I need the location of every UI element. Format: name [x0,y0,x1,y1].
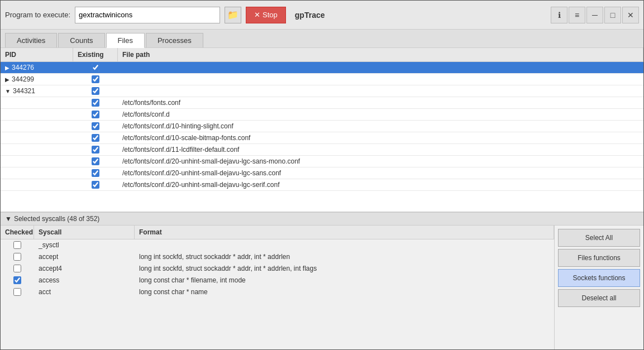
table-row[interactable]: ▼ 344321 [1,85,643,97]
syscall-checkbox[interactable] [13,288,21,296]
pid-cell: ▼ 344321 [1,85,73,97]
files-table-rows: ▶ 344276 ▶ 344299 [1,62,643,212]
existing-cell[interactable] [73,74,118,85]
existing-cell[interactable] [73,85,118,97]
folder-button[interactable]: 📁 [225,7,241,23]
expand-icon[interactable]: ▶ [5,76,9,83]
existing-cell[interactable] [73,97,118,108]
table-row[interactable]: /etc/fonts/conf.d/10-scale-bitmap-fonts.… [1,132,643,144]
pid-cell [1,148,73,151]
table-row[interactable]: ▶ 344276 [1,62,643,74]
sockets-functions-button[interactable]: Sockets functions [558,269,640,287]
tab-files[interactable]: Files [106,33,145,48]
close-button[interactable]: ✕ [622,7,639,23]
syscall-checked-cell[interactable] [1,275,34,286]
table-row[interactable]: /etc/fonts/conf.d/20-unhint-small-dejavu… [1,179,643,191]
expand-icon[interactable]: ▼ [5,88,11,94]
list-item[interactable]: accept4 long int sockfd, struct sockaddr… [1,263,554,275]
syscall-column-header: Syscall [34,226,135,239]
syscall-name-cell: acct [34,286,135,298]
folder-icon: 📁 [227,9,238,20]
info-button[interactable]: ℹ [551,7,567,23]
existing-cell[interactable] [73,179,118,190]
syscall-checkbox[interactable] [13,253,21,261]
existing-checkbox[interactable] [92,134,99,142]
syscall-name-cell: _sysctl [34,239,135,251]
existing-checkbox[interactable] [92,181,99,189]
existing-cell[interactable] [73,167,118,179]
tab-counts[interactable]: Counts [58,33,104,47]
syscalls-header[interactable]: ▼ Selected syscalls (48 of 352) [1,213,643,226]
syscall-name-cell: access [34,275,135,286]
main-window: Program to execute: 📁 ✕ Stop gpTrace ℹ ≡… [0,0,644,350]
files-table-header: PID Existing File path [1,48,643,62]
syscall-checkbox[interactable] [13,276,21,284]
table-row[interactable]: /etc/fonts/conf.d/11-lcdfilter-default.c… [1,144,643,156]
filepath-cell: /etc/fonts/conf.d/20-unhint-small-dejavu… [118,167,643,179]
existing-checkbox[interactable] [92,146,99,154]
syscall-format-cell: long int sockfd, struct sockaddr * addr,… [135,263,554,274]
pid-cell: ▶ 344299 [1,74,73,85]
existing-checkbox[interactable] [92,64,99,71]
filepath-column-header: File path [118,48,643,61]
existing-checkbox[interactable] [92,75,99,83]
expand-icon[interactable]: ▶ [5,65,9,71]
table-row[interactable]: /etc/fonts/fonts.conf [1,97,643,109]
list-item[interactable]: accept long int sockfd, struct sockaddr … [1,251,554,263]
select-all-button[interactable]: Select All [558,229,640,247]
existing-checkbox[interactable] [92,157,99,165]
syscall-format-cell: long const char * filename, int mode [135,275,554,286]
syscalls-header-label: Selected syscalls (48 of 352) [14,215,99,223]
files-functions-button[interactable]: Files functions [558,249,640,267]
syscall-checked-cell[interactable] [1,286,34,298]
pid-cell [1,160,73,163]
app-title: gpTrace [295,11,325,20]
menu-button[interactable]: ≡ [569,7,585,23]
table-row[interactable]: ▶ 344299 [1,74,643,85]
list-item[interactable]: _sysctl [1,239,554,251]
syscalls-content: Checked Syscall Format _sysctl [1,226,643,349]
existing-checkbox[interactable] [92,169,99,177]
syscall-name-cell: accept [34,251,135,262]
existing-checkbox[interactable] [92,122,99,130]
syscall-checked-cell[interactable] [1,251,34,262]
existing-checkbox[interactable] [92,87,99,95]
list-item[interactable]: acct long const char * name [1,286,554,298]
existing-cell[interactable] [73,121,118,132]
maximize-button[interactable]: □ [604,7,621,23]
syscall-format-cell: long int sockfd, struct sockaddr * addr,… [135,251,554,262]
existing-cell[interactable] [73,62,118,73]
syscalls-table-rows: _sysctl accept long int sockfd, struct s… [1,239,554,349]
titlebar: Program to execute: 📁 ✕ Stop gpTrace ℹ ≡… [1,1,643,30]
existing-checkbox[interactable] [92,99,99,107]
minimize-button[interactable]: ─ [586,7,603,23]
window-controls: ℹ ≡ ─ □ ✕ [551,7,639,23]
syscall-checked-cell[interactable] [1,239,34,251]
table-row[interactable]: /etc/fonts/conf.d/20-unhint-small-dejavu… [1,156,643,167]
files-table: PID Existing File path ▶ 344276 [1,48,643,213]
existing-cell[interactable] [73,156,118,167]
pid-column-header: PID [1,48,73,61]
syscall-checkbox[interactable] [13,265,21,272]
existing-cell[interactable] [73,144,118,155]
filepath-cell: /etc/fonts/fonts.conf [118,97,643,108]
pid-cell [1,113,73,116]
existing-cell[interactable] [73,109,118,120]
format-column-header: Format [135,226,554,239]
table-row[interactable]: /etc/fonts/conf.d/20-unhint-small-dejavu… [1,167,643,179]
program-input[interactable] [75,7,220,23]
tab-processes[interactable]: Processes [146,33,203,47]
pid-cell [1,101,73,104]
filepath-cell: /etc/fonts/conf.d/10-scale-bitmap-fonts.… [118,132,643,143]
table-row[interactable]: /etc/fonts/conf.d/10-hinting-slight.conf [1,121,643,132]
existing-checkbox[interactable] [92,111,99,118]
table-row[interactable]: /etc/fonts/conf.d [1,109,643,121]
syscall-name-cell: accept4 [34,263,135,274]
stop-button[interactable]: ✕ Stop [246,7,286,23]
existing-cell[interactable] [73,132,118,143]
syscall-checked-cell[interactable] [1,263,34,274]
syscall-checkbox[interactable] [13,241,21,249]
list-item[interactable]: access long const char * filename, int m… [1,275,554,286]
tab-activities[interactable]: Activities [5,33,57,47]
deselect-all-button[interactable]: Deselect all [558,289,640,307]
